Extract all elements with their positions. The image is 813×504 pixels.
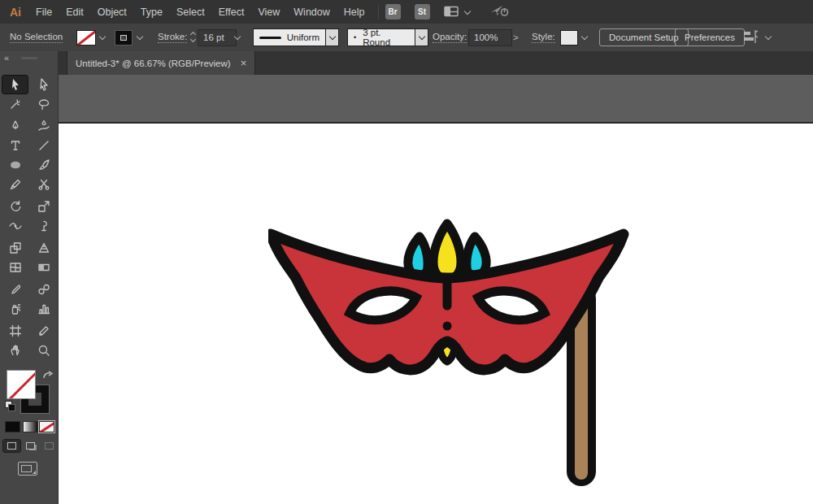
color-button[interactable] (5, 421, 20, 432)
fill-color-well[interactable] (7, 370, 36, 399)
menu-file[interactable]: File (36, 7, 52, 18)
align-chevron-icon[interactable] (765, 33, 772, 40)
perspective-grid-tool-icon (37, 241, 50, 254)
menu-edit[interactable]: Edit (66, 7, 84, 18)
document-tab-title: Untitled-3* @ 66.67% (RGB/Preview) (76, 59, 231, 68)
brush-chevron-icon[interactable] (415, 28, 428, 46)
gradient-tool-icon (37, 261, 50, 274)
slice-tool[interactable] (31, 322, 56, 340)
ellipse-tool[interactable] (2, 156, 28, 174)
stroke-weight-stepper[interactable] (191, 33, 195, 43)
mesh-tool[interactable] (2, 259, 28, 276)
hand-tool[interactable] (2, 341, 28, 359)
magic-wand-tool-icon (9, 98, 22, 111)
stroke-weight-input[interactable]: 16 pt (198, 29, 237, 46)
style-link[interactable]: Style: (532, 32, 555, 43)
menu-type[interactable]: Type (141, 7, 163, 18)
fill-color-swatch[interactable] (76, 30, 96, 46)
scissors-tool[interactable] (31, 176, 56, 193)
tab-close-icon[interactable]: × (241, 58, 247, 68)
curvature-tool-icon (37, 119, 50, 133)
zoom-tool-icon (37, 344, 50, 357)
shape-builder-tool-icon (9, 241, 22, 254)
style-swatch[interactable] (560, 30, 578, 46)
stroke-color-swatch[interactable] (115, 30, 133, 46)
arrange-documents-icon[interactable] (444, 6, 470, 18)
menu-items: FileEditObjectTypeSelectEffectViewWindow… (36, 7, 365, 18)
menu-window[interactable]: Window (293, 7, 329, 18)
magic-wand-tool[interactable] (2, 95, 28, 113)
align-options-icon[interactable] (741, 29, 759, 46)
perspective-grid-tool[interactable] (31, 239, 56, 257)
menu-select[interactable]: Select (176, 7, 205, 18)
column-graph-tool[interactable] (31, 300, 56, 318)
draw-behind-button[interactable] (22, 440, 39, 452)
scale-tool-icon (37, 200, 50, 213)
shaper-tool-icon (9, 178, 22, 191)
puppet-warp-tool-icon (37, 219, 50, 232)
type-tool[interactable] (2, 137, 28, 154)
draw-inside-button[interactable] (41, 440, 58, 452)
stroke-weight-link[interactable]: Stroke: (158, 32, 187, 43)
swap-colors-icon[interactable] (42, 371, 54, 384)
puppet-warp-tool[interactable] (31, 217, 56, 235)
tools-grid (2, 76, 56, 361)
gradient-button[interactable] (23, 421, 38, 432)
direct-selection-tool[interactable] (31, 76, 56, 93)
stroke-weight-chevron-icon[interactable] (234, 33, 241, 40)
menu-object[interactable]: Object (98, 7, 127, 18)
paintbrush-tool-icon (37, 159, 50, 172)
draw-normal-button[interactable] (3, 440, 20, 452)
opacity-input[interactable]: 100% (468, 29, 512, 46)
screen-mode-button[interactable] (18, 462, 37, 476)
paintbrush-tool[interactable] (31, 156, 56, 174)
blend-tool[interactable] (31, 280, 56, 298)
direct-selection-tool-icon (37, 78, 50, 91)
rotate-tool[interactable] (2, 198, 28, 215)
menu-help[interactable]: Help (344, 7, 365, 18)
mask-center-dot[interactable] (443, 322, 452, 331)
opacity-expand-arrow[interactable]: > (513, 33, 519, 42)
slice-tool-icon (37, 324, 50, 337)
shaper-tool[interactable] (2, 176, 28, 193)
brush-select[interactable]: • 3 pt. Round (347, 28, 415, 46)
bridge-button[interactable]: Br (385, 4, 401, 20)
menu-effect[interactable]: Effect (219, 7, 245, 18)
line-segment-tool[interactable] (31, 137, 56, 154)
mask-artwork[interactable] (268, 213, 634, 492)
lasso-tool-icon (37, 98, 50, 111)
menu-view[interactable]: View (258, 7, 280, 18)
style-chevron-icon[interactable] (581, 33, 588, 40)
curvature-tool[interactable] (31, 117, 56, 135)
selection-tool[interactable] (2, 76, 28, 93)
zoom-tool[interactable] (31, 341, 56, 359)
feather-yellow-center[interactable] (433, 224, 461, 279)
width-tool[interactable] (2, 217, 28, 235)
drawing-mode-buttons (0, 440, 59, 453)
opacity-link[interactable]: Opacity: (433, 32, 467, 43)
share-settings-icon[interactable] (489, 3, 511, 20)
none-button[interactable] (39, 421, 54, 432)
stroke-profile-chevron-icon[interactable] (326, 28, 339, 46)
selection-status-link[interactable]: No Selection (10, 32, 63, 43)
pen-tool[interactable] (2, 117, 28, 135)
shape-builder-tool[interactable] (2, 239, 28, 257)
eyedropper-tool[interactable] (2, 280, 28, 298)
stroke-dropdown-chevron-icon[interactable] (137, 33, 143, 40)
stroke-profile-select[interactable]: Uniform (253, 28, 326, 46)
fill-dropdown-chevron-icon[interactable] (99, 33, 106, 40)
pasteboard[interactable] (59, 75, 813, 504)
symbol-sprayer-tool[interactable] (2, 300, 28, 318)
artboard-tool[interactable] (2, 322, 28, 340)
rotate-tool-icon (9, 200, 22, 213)
illustrator-window: Ai FileEditObjectTypeSelectEffectViewWin… (0, 0, 813, 504)
default-colors-icon[interactable] (5, 401, 15, 411)
lasso-tool[interactable] (31, 95, 56, 113)
panel-collapse-icon[interactable]: « (4, 53, 9, 63)
panel-grip[interactable] (21, 57, 37, 59)
stock-button[interactable]: St (415, 4, 430, 20)
preferences-button[interactable]: Preferences (675, 28, 745, 46)
scale-tool[interactable] (31, 198, 56, 215)
gradient-tool[interactable] (31, 259, 56, 276)
document-tab[interactable]: Untitled-3* @ 66.67% (RGB/Preview) × (67, 51, 255, 75)
